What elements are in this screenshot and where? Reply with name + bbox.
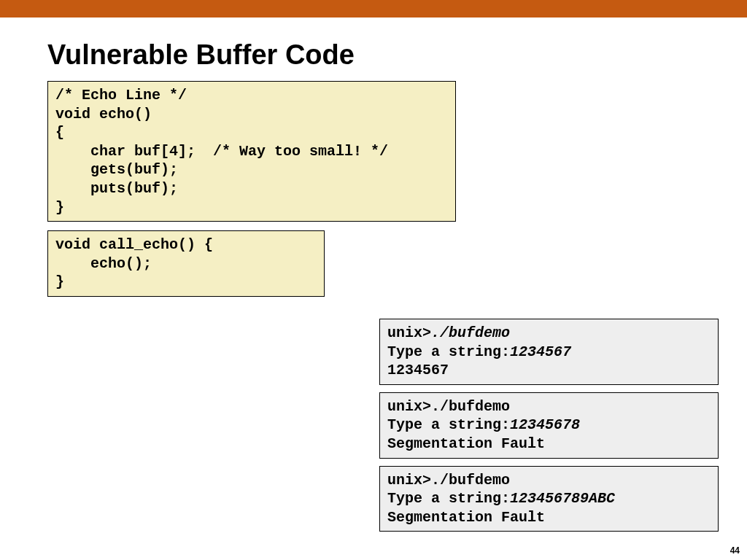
page-number: 44 [730,545,740,556]
terminal-block-1: unix>./bufdemo Type a string:1234567 123… [379,319,719,385]
code-line: void call_echo() { [55,236,213,253]
user-input: 12345678 [510,416,580,433]
slide-title: Vulnerable Buffer Code [47,39,747,71]
output: Segmentation Fault [387,435,545,452]
command: ./bufdemo [431,472,510,489]
code-line: /* Echo Line */ [55,87,187,104]
code-line: echo(); [55,255,152,272]
code-line: } [55,273,64,290]
output: Segmentation Fault [387,509,545,526]
label: Type a string: [387,416,510,433]
code-line: puts(buf); [55,180,178,197]
command: ./bufdemo [431,324,510,341]
user-input: 123456789ABC [510,490,615,507]
prompt: unix> [387,472,431,489]
prompt: unix> [387,398,431,415]
terminal-block-2: unix>./bufdemo Type a string:12345678 Se… [379,392,719,459]
code-block-callecho: void call_echo() { echo(); } [47,230,325,297]
label: Type a string: [387,490,510,507]
code-line: void echo() [55,106,152,122]
code-line: char buf[4]; /* Way too small! */ [55,143,388,160]
label: Type a string: [387,343,510,360]
output: 1234567 [387,362,449,378]
code-line: } [55,199,64,216]
terminal-block-3: unix>./bufdemo Type a string:123456789AB… [379,466,719,532]
accent-bar [0,0,747,18]
code-line: { [55,124,64,141]
command: ./bufdemo [431,398,510,415]
code-line: gets(buf); [55,161,178,178]
prompt: unix> [387,324,431,341]
code-block-echo: /* Echo Line */ void echo() { char buf[4… [47,81,456,222]
user-input: 1234567 [510,343,571,360]
